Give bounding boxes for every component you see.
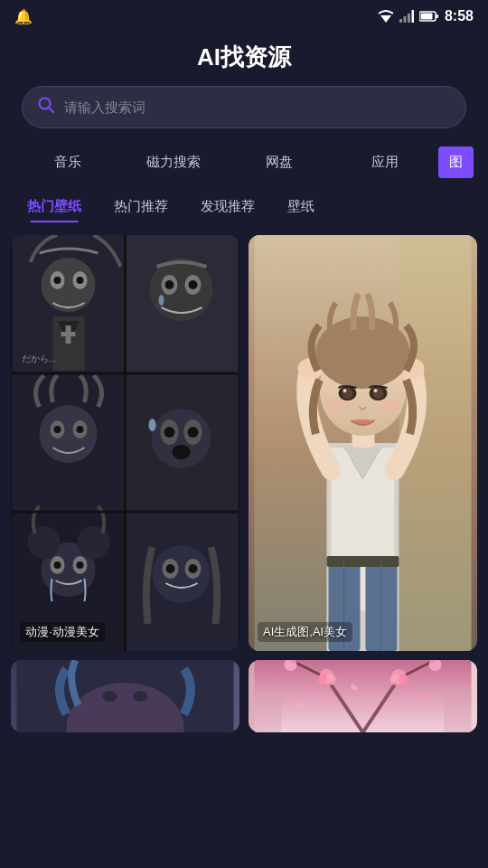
svg-point-26: [189, 280, 198, 289]
svg-point-12: [42, 258, 96, 312]
svg-rect-98: [255, 696, 282, 732]
svg-rect-86: [255, 660, 472, 732]
sub-tabs: 热门壁纸 热门推荐 发现推荐 壁纸: [0, 193, 488, 221]
cherry-svg: [249, 660, 477, 732]
image-grid: だから...: [0, 235, 488, 651]
svg-rect-6: [436, 14, 438, 18]
card-manga[interactable]: だから...: [11, 235, 239, 651]
svg-point-54: [166, 564, 175, 573]
signal-icon: [399, 10, 414, 23]
svg-point-89: [317, 675, 328, 685]
card-cherry[interactable]: [249, 660, 477, 732]
svg-point-72: [343, 389, 347, 392]
tab-image[interactable]: 图: [438, 146, 474, 178]
svg-point-27: [159, 295, 164, 306]
svg-rect-7: [420, 14, 432, 20]
svg-rect-1: [399, 19, 402, 23]
svg-rect-3: [408, 14, 410, 23]
subtab-hot-wallpaper[interactable]: 热门壁纸: [14, 193, 94, 221]
svg-point-47: [77, 561, 84, 569]
svg-point-73: [374, 389, 378, 392]
svg-point-51: [153, 545, 211, 603]
tab-magnet[interactable]: 磁力搜索: [120, 146, 226, 178]
svg-point-92: [399, 675, 409, 685]
search-bar-container: [0, 86, 488, 146]
card-ai-girl[interactable]: AI生成图,AI美女: [249, 235, 477, 651]
battery-icon: [419, 10, 439, 23]
hair-girl-svg: [11, 660, 239, 732]
svg-point-25: [165, 280, 174, 289]
header: AI找资源: [0, 33, 488, 86]
svg-line-9: [49, 108, 53, 112]
svg-point-39: [188, 427, 199, 438]
subtab-discover[interactable]: 发现推荐: [188, 193, 267, 221]
svg-point-38: [164, 427, 175, 438]
svg-point-35: [152, 409, 211, 468]
svg-point-33: [77, 426, 84, 433]
search-icon: [37, 96, 55, 118]
svg-point-55: [189, 564, 198, 573]
status-bar: 🔔 8:58: [0, 0, 488, 33]
svg-point-46: [54, 561, 61, 569]
search-bar[interactable]: [22, 86, 466, 128]
svg-rect-4: [411, 10, 414, 23]
svg-point-85: [134, 691, 148, 702]
notification-bell-icon: 🔔: [14, 8, 33, 25]
svg-rect-19: [61, 332, 76, 336]
svg-point-15: [54, 277, 61, 284]
svg-point-29: [40, 405, 98, 463]
page-title: AI找资源: [0, 42, 488, 73]
svg-point-74: [327, 399, 349, 411]
card-ai-girl-label: AI生成图,AI美女: [258, 622, 352, 642]
svg-point-41: [149, 419, 156, 431]
svg-point-75: [378, 399, 399, 411]
svg-point-84: [103, 691, 117, 702]
svg-point-32: [54, 426, 61, 433]
manga-collage-svg: だから...: [11, 235, 239, 651]
card-hair-girl[interactable]: [11, 660, 239, 732]
ai-girl-svg: [249, 235, 477, 651]
svg-rect-78: [327, 556, 399, 567]
tab-app[interactable]: 应用: [333, 146, 438, 178]
status-time: 8:58: [445, 8, 474, 24]
svg-rect-2: [403, 16, 406, 23]
wifi-icon: [378, 10, 394, 23]
svg-marker-0: [380, 15, 391, 23]
status-icons: 8:58: [378, 8, 474, 24]
subtab-wallpaper[interactable]: 壁纸: [275, 193, 327, 221]
svg-point-16: [77, 277, 84, 284]
search-input[interactable]: [64, 99, 451, 115]
subtab-hot-recommend[interactable]: 热门推荐: [101, 193, 181, 221]
tab-netdisk[interactable]: 网盘: [227, 146, 333, 178]
svg-text:だから...: だから...: [22, 354, 56, 363]
tab-music[interactable]: 音乐: [14, 146, 120, 178]
card-manga-label: 动漫·动漫美女: [20, 622, 105, 642]
category-tabs: 音乐 磁力搜索 网盘 应用 图: [0, 146, 488, 178]
svg-rect-99: [445, 687, 472, 732]
svg-point-40: [173, 445, 191, 459]
